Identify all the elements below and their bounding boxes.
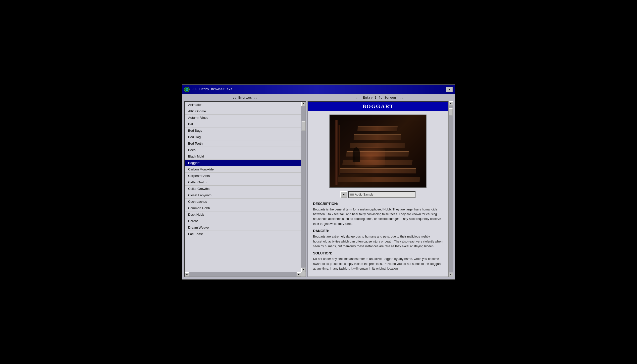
staircase-image (330, 115, 426, 187)
list-item[interactable]: Cellar Grotto (185, 179, 301, 186)
info-panel: Boggart (308, 101, 453, 277)
scroll-thumb[interactable] (302, 121, 306, 131)
description-text: Boggarts is the general term for a metam… (313, 207, 443, 226)
stair-6 (354, 134, 401, 140)
list-item[interactable]: Bed Teeth (185, 140, 301, 147)
list-item[interactable]: Closet Labyrinth (185, 192, 301, 198)
list-item[interactable]: Cockroaches (185, 198, 301, 205)
list-item[interactable]: Autumn Vines (185, 114, 301, 121)
scroll-up-button[interactable]: ▲ (301, 102, 306, 106)
entries-list: AnimationAttic GnomeAutumn VinesBatBed B… (185, 102, 306, 237)
close-button[interactable]: ✕ (446, 87, 453, 92)
list-item[interactable]: Fae Feast (185, 231, 301, 237)
info-panel-wrapper: Boggart (308, 101, 453, 277)
info-panel-header: Boggart (308, 102, 448, 111)
play-button[interactable]: ▶ (340, 191, 347, 198)
scroll-right-button[interactable]: ► (297, 272, 301, 277)
railing-bar (338, 125, 340, 175)
audio-bar-indicator (350, 194, 354, 196)
main-window: 🌐 HSH Entry Browser.exe ✕ :: Entries :: … (182, 84, 455, 280)
audio-bar: Audio Sample (348, 191, 415, 198)
app-icon: 🌐 (184, 87, 190, 92)
entries-panel: AnimationAttic GnomeAutumn VinesBatBed B… (184, 101, 306, 277)
audio-label: Audio Sample (355, 193, 373, 196)
title-bar: 🌐 HSH Entry Browser.exe ✕ (182, 85, 455, 94)
list-item[interactable]: Black Mold (185, 153, 301, 160)
list-item[interactable]: Animation (185, 102, 301, 108)
list-item[interactable]: Boggart (185, 160, 301, 166)
info-scroll-thumb[interactable] (449, 108, 453, 116)
list-item[interactable]: Bat (185, 121, 301, 128)
solution-text: Do not under any circumstances refer to … (313, 257, 443, 271)
stair-7 (357, 126, 398, 132)
list-item[interactable]: Bed Bugs (185, 128, 301, 134)
scroll-left-button[interactable]: ◄ (185, 272, 189, 277)
info-scroll-up[interactable]: ▲ (449, 101, 453, 106)
entry-title: Boggart (362, 103, 394, 109)
entry-image (329, 114, 427, 188)
entries-scrollbar[interactable]: ▲ ▼ (301, 102, 306, 272)
figure (353, 147, 360, 162)
stair-1 (335, 177, 420, 182)
list-item[interactable]: Common Hobb (185, 205, 301, 212)
stair-2 (339, 168, 416, 174)
list-item[interactable]: Dorcha (185, 218, 301, 224)
danger-text: Boggarts are extremely dangerous to huma… (313, 234, 443, 249)
main-area: :: Entries :: ::: Entry Info Screen ::: … (182, 94, 455, 279)
danger-label: DANGER: (313, 229, 443, 233)
description-label: DESCRIPTION: (313, 202, 443, 206)
section-headers: :: Entries :: ::: Entry Info Screen ::: (184, 96, 453, 100)
list-item[interactable]: Desk Hobb (185, 212, 301, 218)
list-item[interactable]: Bed Hag (185, 134, 301, 140)
info-content: ▶ Audio Sample DESCRIPTION: Boggarts is … (308, 111, 448, 277)
window-title: HSH Entry Browser.exe (191, 88, 233, 91)
info-scrollbar[interactable]: ▲ ▼ (448, 101, 453, 277)
hscroll-track (189, 272, 297, 277)
list-item[interactable]: Carpenter Ants (185, 173, 301, 179)
info-scroll-track (449, 106, 453, 273)
entries-hscrollbar[interactable]: ◄ ► (185, 272, 301, 276)
info-scroll-down[interactable]: ▼ (449, 272, 453, 277)
scroll-track (301, 106, 306, 268)
list-item[interactable]: Dream Weaver (185, 224, 301, 231)
list-item[interactable]: Attic Gnome (185, 108, 301, 114)
content-area: AnimationAttic GnomeAutumn VinesBatBed B… (184, 101, 453, 277)
list-item[interactable]: Carbon Monoxide (185, 166, 301, 173)
scroll-down-button[interactable]: ▼ (301, 268, 306, 272)
audio-controls: ▶ Audio Sample (313, 191, 443, 198)
info-header: ::: Entry Info Screen ::: (306, 96, 453, 100)
entry-image-container (313, 114, 443, 188)
list-item[interactable]: Bees (185, 147, 301, 153)
list-item[interactable]: Cellar Growths (185, 186, 301, 192)
solution-label: SOLUTION: (313, 251, 443, 255)
entries-header: :: Entries :: (184, 96, 306, 100)
entries-scroll-area: AnimationAttic GnomeAutumn VinesBatBed B… (185, 102, 306, 277)
title-bar-left: 🌐 HSH Entry Browser.exe (184, 87, 233, 92)
railing-post (335, 120, 338, 185)
scroll-corner (301, 272, 306, 276)
